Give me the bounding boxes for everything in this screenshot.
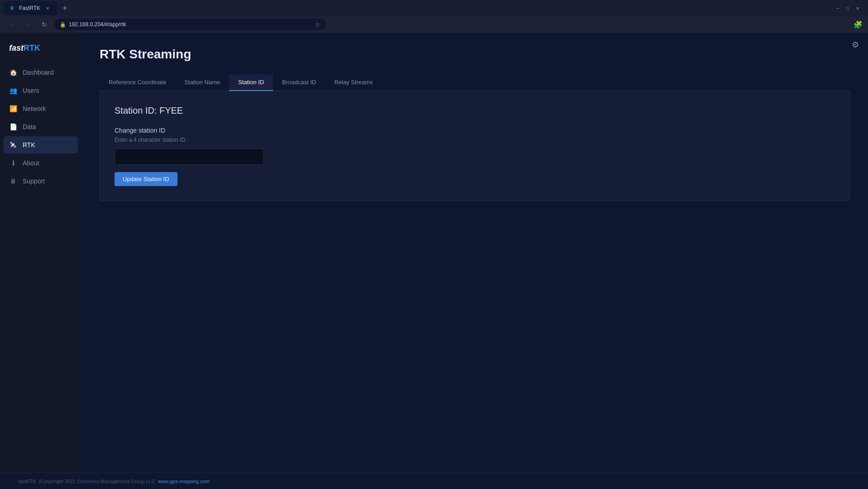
tab-station-id[interactable]: Station ID	[229, 74, 273, 91]
station-id-card: Station ID: FYEE Change station ID Enter…	[100, 91, 850, 201]
tab-relay-streams[interactable]: Relay Streams	[325, 74, 382, 91]
dashboard-icon: 🏠	[9, 68, 17, 77]
security-icon: 🔒	[60, 22, 66, 28]
tabs-bar: Reference Coordinate Station Name Statio…	[100, 74, 850, 91]
browser-chrome: R FastRTK ✕ + ─ □ ✕ ← → ↻ 🔒 192.168.0.20…	[0, 0, 868, 33]
network-icon: 📶	[9, 105, 17, 113]
sidebar-item-rtk[interactable]: 🛰 RTK	[4, 136, 78, 153]
sidebar-label-data: Data	[23, 123, 36, 130]
tab-station-name[interactable]: Station Name	[175, 74, 229, 91]
url-text: 192.168.0.204/#/app/rtk	[69, 21, 126, 28]
forward-button[interactable]: →	[22, 18, 34, 31]
data-icon: 📄	[9, 123, 17, 131]
main-content: ⚙ RTK Streaming Reference Coordinate Sta…	[82, 33, 868, 473]
sidebar-item-network[interactable]: 📶 Network	[4, 100, 78, 117]
sidebar-label-about: About	[23, 159, 39, 167]
change-station-id-label: Change station ID	[115, 127, 835, 134]
sidebar-label-dashboard: Dashboard	[23, 69, 54, 76]
tab-broadcast-id[interactable]: Broadcast ID	[273, 74, 325, 91]
sidebar-label-network: Network	[23, 105, 46, 112]
sidebar-item-dashboard[interactable]: 🏠 Dashboard	[4, 64, 78, 81]
rtk-icon: 🛰	[9, 141, 17, 149]
logo-fast: fast	[9, 43, 24, 53]
support-icon: 🖥	[9, 177, 17, 185]
maximize-button[interactable]: □	[844, 5, 851, 11]
tab-label: FastRTK	[19, 5, 40, 11]
sidebar-label-support: Support	[23, 177, 45, 185]
sidebar-label-rtk: RTK	[23, 141, 35, 149]
station-id-heading: Station ID: FYEE	[115, 105, 835, 116]
address-bar[interactable]: 🔒 192.168.0.204/#/app/rtk ☆	[54, 19, 326, 30]
tab-close-button[interactable]: ✕	[44, 5, 51, 12]
app-logo: fastRTK	[0, 40, 82, 64]
sidebar-item-users[interactable]: 👥 Users	[4, 82, 78, 99]
app-settings-button[interactable]: ⚙	[852, 40, 859, 49]
back-button[interactable]: ←	[5, 18, 18, 31]
sidebar-nav: 🏠 Dashboard 👥 Users 📶 Network 📄 Data 🛰 R…	[0, 64, 82, 473]
about-icon: ℹ	[9, 159, 17, 167]
new-tab-button[interactable]: +	[58, 2, 71, 14]
sidebar-item-about[interactable]: ℹ About	[4, 154, 78, 172]
refresh-button[interactable]: ↻	[38, 18, 51, 31]
browser-toolbar-right: 🧩	[854, 20, 863, 29]
users-icon: 👥	[9, 86, 17, 95]
station-id-description: Enter a 4 character station ID.	[115, 137, 835, 143]
footer-copyright: (C)opyright 2021 Discovery Management Gr…	[39, 479, 155, 484]
sidebar-item-data[interactable]: 📄 Data	[4, 118, 78, 135]
logo-rtk: RTK	[24, 43, 40, 53]
browser-tab[interactable]: R FastRTK ✕	[4, 1, 57, 15]
close-window-button[interactable]: ✕	[854, 5, 861, 11]
sidebar: fastRTK 🏠 Dashboard 👥 Users 📶 Network 📄 …	[0, 33, 82, 473]
app-layout: fastRTK 🏠 Dashboard 👥 Users 📶 Network 📄 …	[0, 33, 868, 473]
extensions-icon[interactable]: 🧩	[854, 20, 863, 29]
window-controls: ─ □ ✕	[834, 5, 864, 11]
sidebar-label-users: Users	[23, 87, 39, 94]
tab-reference-coordinate[interactable]: Reference Coordinate	[100, 74, 175, 91]
update-station-id-button[interactable]: Update Station ID	[115, 172, 177, 186]
page-title: RTK Streaming	[100, 47, 850, 62]
footer-link[interactable]: www.gps-mapping.com	[158, 479, 210, 484]
bookmark-button[interactable]: ☆	[315, 21, 321, 28]
footer-brand: fastRTK	[18, 479, 36, 484]
tab-bar: R FastRTK ✕ + ─ □ ✕	[0, 0, 868, 16]
address-bar-row: ← → ↻ 🔒 192.168.0.204/#/app/rtk ☆ 🧩	[0, 16, 868, 33]
sidebar-item-support[interactable]: 🖥 Support	[4, 173, 78, 190]
station-id-input[interactable]	[115, 149, 264, 165]
app-footer: fastRTK (C)opyright 2021 Discovery Manag…	[0, 473, 868, 489]
tab-favicon: R	[9, 5, 15, 11]
minimize-button[interactable]: ─	[834, 5, 841, 11]
